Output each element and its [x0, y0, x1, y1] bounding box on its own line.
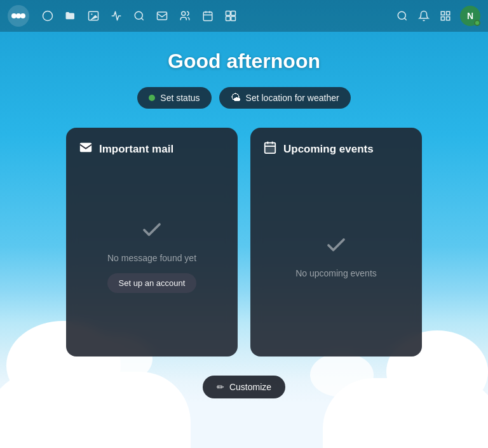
nextcloud-logo[interactable] — [8, 5, 29, 27]
svg-rect-18 — [441, 17, 444, 20]
action-buttons: Set status 🌤 Set location for weather — [137, 87, 350, 109]
main-content: Good afternoon Set status 🌤 Set location… — [0, 32, 488, 398]
events-card-title: Upcoming events — [283, 143, 374, 156]
check-icon-mail — [140, 219, 163, 247]
card-header-events: Upcoming events — [263, 140, 409, 158]
status-dot — [149, 95, 155, 101]
set-status-label: Set status — [160, 93, 200, 103]
calendar-icon[interactable] — [201, 9, 215, 23]
grid-icon[interactable] — [438, 9, 452, 23]
svg-rect-21 — [265, 143, 276, 154]
avatar-online-badge — [474, 20, 480, 26]
svg-point-7 — [135, 11, 142, 19]
pencil-icon: ✏ — [217, 382, 224, 392]
svg-rect-13 — [226, 17, 231, 21]
navbar: N — [0, 0, 488, 32]
customize-label: Customize — [229, 382, 271, 392]
navbar-left — [8, 5, 238, 27]
mail-card-body: No message found yet Set up an account — [79, 168, 225, 344]
search-nav-icon[interactable] — [395, 9, 409, 23]
svg-rect-20 — [80, 143, 92, 153]
svg-point-1 — [11, 13, 17, 18]
svg-rect-17 — [447, 11, 450, 15]
svg-point-9 — [182, 11, 186, 15]
events-card-body: No upcoming events — [263, 168, 409, 344]
greeting: Good afternoon — [168, 50, 320, 73]
mail-card-icon — [79, 140, 93, 158]
important-mail-card: Important mail No message found yet Set … — [66, 128, 238, 356]
svg-rect-11 — [226, 11, 231, 16]
svg-rect-8 — [158, 12, 167, 20]
set-location-button[interactable]: 🌤 Set location for weather — [219, 87, 351, 109]
set-status-button[interactable]: Set status — [137, 87, 211, 109]
files-icon[interactable] — [41, 9, 55, 23]
photos-icon[interactable] — [86, 9, 100, 23]
svg-point-15 — [398, 11, 405, 19]
upcoming-events-card: Upcoming events No upcoming events — [250, 128, 422, 356]
svg-point-4 — [43, 11, 53, 21]
mail-empty-text: No message found yet — [107, 253, 196, 263]
svg-rect-12 — [231, 11, 236, 16]
weather-icon: 🌤 — [231, 92, 241, 104]
svg-point-2 — [16, 13, 21, 18]
svg-rect-14 — [231, 17, 236, 21]
mail-icon[interactable] — [155, 9, 169, 23]
card-header-mail: Important mail — [79, 140, 225, 158]
svg-rect-19 — [447, 17, 450, 20]
folder-icon[interactable] — [64, 9, 78, 23]
svg-point-3 — [20, 13, 25, 18]
cards-container: Important mail No message found yet Set … — [15, 128, 473, 356]
setup-account-button[interactable]: Set up an account — [107, 273, 197, 293]
avatar[interactable]: N — [460, 6, 480, 26]
contacts-icon[interactable] — [178, 9, 192, 23]
dashboard-icon[interactable] — [224, 9, 238, 23]
svg-rect-10 — [203, 12, 212, 21]
customize-container: ✏ Customize — [203, 376, 285, 398]
activity-icon[interactable] — [109, 9, 123, 23]
mail-card-title: Important mail — [99, 143, 173, 156]
check-icon-events — [325, 234, 348, 262]
customize-button[interactable]: ✏ Customize — [203, 376, 285, 398]
events-empty-text: No upcoming events — [295, 268, 377, 278]
calendar-card-icon — [263, 140, 277, 158]
bell-icon[interactable] — [417, 9, 431, 23]
search-icon[interactable] — [132, 9, 146, 23]
set-location-label: Set location for weather — [246, 93, 339, 103]
svg-rect-16 — [441, 11, 444, 15]
navbar-right: N — [395, 6, 480, 26]
svg-point-6 — [91, 13, 92, 15]
